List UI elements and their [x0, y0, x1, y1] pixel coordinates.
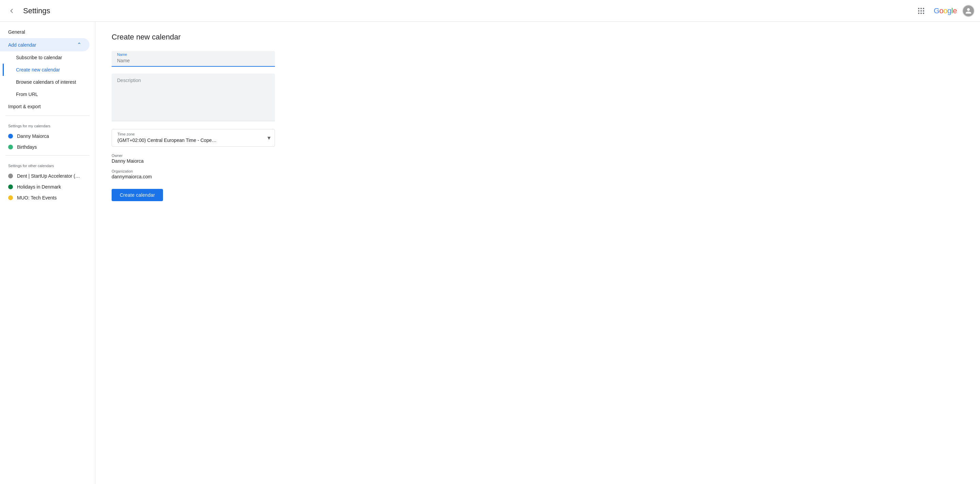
- name-form-group: Name: [111, 51, 964, 67]
- organization-value: dannymaiorca.com: [111, 174, 964, 179]
- sidebar-sub-item-browse[interactable]: Browse calendars of interest: [3, 76, 95, 88]
- owner-value: Danny Maiorca: [111, 158, 964, 164]
- other-calendar-item-holidays[interactable]: Holidays in Denmark: [0, 182, 89, 192]
- owner-block: Owner Danny Maiorca: [111, 153, 964, 164]
- main-layout: General Add calendar ⌃ Subscribe to cale…: [0, 22, 980, 484]
- back-button[interactable]: [5, 5, 18, 17]
- sidebar-divider-1: [5, 115, 89, 116]
- my-calendars-section-title: Settings for my calendars: [0, 118, 95, 131]
- other-calendar-item-dent[interactable]: Dent | StartUp Accelerator (…: [0, 170, 89, 182]
- sidebar-sub-item-create[interactable]: Create new calendar: [3, 64, 95, 76]
- organization-block: Organization dannymaiorca.com: [111, 169, 964, 179]
- calendar-dot-birthdays: [8, 145, 13, 150]
- page-title: Create new calendar: [111, 33, 964, 41]
- sidebar-item-add-calendar[interactable]: Add calendar ⌃: [0, 38, 89, 51]
- timezone-container: Time zone (GMT+02:00) Central European T…: [112, 129, 275, 146]
- settings-title: Settings: [23, 6, 50, 15]
- apps-button[interactable]: [914, 4, 928, 18]
- apps-grid-icon: [917, 6, 926, 15]
- calendar-dot-holidays: [8, 185, 13, 189]
- timezone-wrapper: Time zone (GMT+02:00) Central European T…: [111, 129, 275, 147]
- description-input[interactable]: [111, 73, 275, 121]
- chevron-up-icon: ⌃: [77, 41, 81, 48]
- name-field-wrapper: Name: [111, 51, 275, 67]
- main-content: Create new calendar Name Description: [95, 22, 980, 484]
- timezone-select[interactable]: (GMT+02:00) Central European Time - Cope…: [112, 136, 275, 146]
- create-calendar-button[interactable]: Create calendar: [111, 189, 163, 201]
- sidebar: General Add calendar ⌃ Subscribe to cale…: [0, 22, 95, 484]
- timezone-label: Time zone: [112, 129, 275, 136]
- sidebar-item-import-export[interactable]: Import & export: [0, 100, 89, 113]
- other-calendars-section-title: Settings for other calendars: [0, 158, 95, 170]
- sidebar-sub-item-from-url[interactable]: From URL: [3, 88, 95, 100]
- header-right: Google: [914, 4, 975, 18]
- sidebar-sub-item-subscribe[interactable]: Subscribe to calendar: [3, 51, 95, 64]
- google-logo: Google: [934, 6, 957, 15]
- name-input[interactable]: [111, 51, 275, 67]
- sidebar-item-general[interactable]: General: [0, 26, 89, 38]
- description-form-group: Description: [111, 73, 964, 122]
- other-calendar-item-muo[interactable]: MUO: Tech Events: [0, 192, 89, 203]
- organization-label: Organization: [111, 169, 964, 173]
- sidebar-divider-2: [5, 155, 89, 156]
- description-field-wrapper: Description: [111, 73, 275, 122]
- user-avatar[interactable]: [962, 5, 975, 17]
- app-header: Settings Google: [0, 0, 980, 22]
- my-calendar-item-birthdays[interactable]: Birthdays: [0, 142, 89, 153]
- calendar-dot-dent: [8, 174, 13, 178]
- owner-label: Owner: [111, 153, 964, 158]
- calendar-dot-danny: [8, 134, 13, 139]
- calendar-dot-muo: [8, 195, 13, 200]
- my-calendar-item-danny[interactable]: Danny Maiorca: [0, 131, 89, 142]
- header-left: Settings: [5, 5, 50, 17]
